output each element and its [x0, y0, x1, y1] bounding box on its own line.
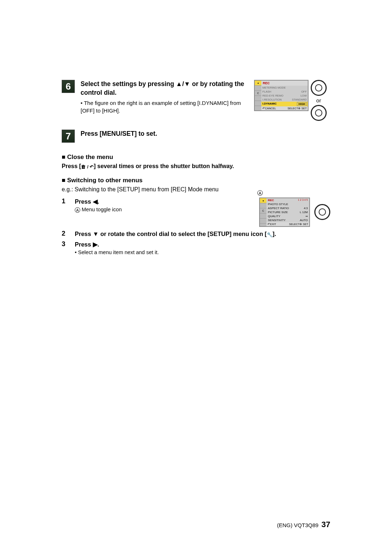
screen2-item-1: ASPECT RATIO4:3	[266, 206, 309, 210]
screen2-tab-3: C	[260, 208, 266, 213]
screen2-item-2: PICTURE SIZEL 12M	[266, 210, 309, 214]
numbered-3-num: 3	[62, 240, 75, 248]
trash-return-icon: 🗑 / ↶	[81, 164, 94, 170]
screen1-item-3: I.RESOLUTIONSTANDARD	[261, 98, 308, 102]
annotation-marker-a: A	[257, 190, 263, 196]
screen1-tab-rec: ●	[255, 81, 261, 86]
screen1-item-2: RED-EYE REMOLOW	[261, 94, 308, 98]
step-6-heading-p1: Select the settings by pressing	[81, 80, 176, 87]
screen1-tab-5	[255, 101, 261, 106]
screen2-item-4: SENSITIVITYAUTO	[266, 218, 309, 222]
numbered-2-head-p1: Press ▼ or rotate the control dial to se…	[75, 231, 267, 237]
screen1-footer-left: ↶CANCEL	[262, 107, 276, 110]
up-down-arrow-icon: ▲/▼	[176, 80, 191, 87]
switching-section: ■ Switching to other menus e.g.: Switchi…	[62, 177, 330, 194]
switching-head: ■ Switching to other menus	[62, 177, 330, 184]
screen1-footer-right: SELECT⊕ SET	[287, 107, 307, 110]
step-6-badge: 6	[62, 80, 75, 93]
numbered-3-row: 3 Press ▶. • Select a menu item next and…	[62, 240, 330, 255]
numbered-3-head: Press ▶.	[75, 240, 330, 249]
screen1-item-0: METERING MODE	[261, 86, 308, 90]
numbered-1-sub: A Menu toggle icon	[75, 207, 250, 213]
close-menu-head: ■ Close the menu	[62, 154, 330, 161]
close-menu-text-p2: ] several times or press the shutter but…	[94, 163, 234, 169]
close-menu-text-p1: Press [	[62, 163, 81, 169]
marker-a-callout-icon: A	[257, 190, 263, 196]
switching-eg: e.g.: Switching to the [SETUP] menu from…	[62, 186, 330, 194]
screen2-tab-rec: ●	[260, 198, 266, 203]
step-6-bullet: • The figure on the right is an example …	[81, 99, 250, 114]
numbered-2-num: 2	[62, 230, 75, 237]
screen2-item-3: QUALITY▪▪	[266, 214, 309, 218]
numbered-1-sub-text: Menu toggle icon	[82, 207, 122, 212]
step-7-heading: Press [MENU/SET] to set.	[81, 130, 330, 138]
numbered-1-row: 1 Press ◀. A Menu toggle icon A	[62, 197, 330, 227]
or-text: or	[316, 97, 321, 103]
step-7-badge: 7	[62, 130, 75, 143]
wrench-icon: 🔧	[267, 232, 273, 237]
numbered-2-head-p2: ].	[273, 231, 276, 237]
screen1-item-1: FLASHOFF	[261, 90, 308, 94]
numbered-2-head: Press ▼ or rotate the control dial to se…	[75, 230, 330, 238]
page-number: 37	[322, 520, 330, 529]
camera-screen-2: ● C REC 1 2 3 4 5 PHOTO STYLE	[259, 197, 310, 227]
screen2-footer: ↶EXIT SELECT⊕ SET	[266, 222, 309, 226]
screen2-tab-4	[260, 213, 266, 219]
screen2-title: REC	[268, 199, 274, 202]
doc-code: (ENG) VQT3Q89	[277, 522, 318, 528]
screen2-footer-right: SELECT⊕ SET	[289, 223, 308, 226]
numbered-1-head: Press ◀.	[75, 197, 250, 206]
screen1-tab-2	[255, 86, 261, 91]
numbered-2-row: 2 Press ▼ or rotate the control dial to …	[62, 230, 330, 238]
screen2-pages: 1 2 3 4 5	[298, 199, 308, 202]
screen2-footer-left: ↶EXIT	[268, 223, 276, 226]
numbered-3-bullet: • Select a menu item next and set it.	[75, 249, 330, 255]
numbered-1-num: 1	[62, 197, 75, 205]
control-dial-icon	[311, 105, 327, 121]
screen1-item-4: I.DYNAMICHIGH	[261, 102, 308, 106]
dpad-dial-icon	[311, 80, 327, 96]
marker-a-icon: A	[75, 207, 80, 213]
screen1-tab-3: C	[255, 91, 261, 96]
close-menu-text: Press [🗑 / ↶] several times or press the…	[62, 162, 330, 170]
camera-screen-1: ● C REC METERING MODE FLASHOFF RED-EYE R…	[254, 80, 309, 111]
screen1-footer: ↶CANCEL SELECT⊕ SET	[261, 106, 308, 110]
screen2-tab-5	[260, 219, 266, 224]
screen1-title: REC	[261, 81, 308, 86]
screen2-item-0: PHOTO STYLE	[266, 202, 309, 206]
screen2-tab-2	[260, 203, 266, 208]
step-6-row: 6 Select the settings by pressing ▲/▼ or…	[62, 80, 330, 121]
page-footer: (ENG) VQT3Q89 37	[277, 520, 330, 529]
control-dial-2-icon	[314, 204, 330, 220]
close-menu-section: ■ Close the menu Press [🗑 / ↶] several t…	[62, 154, 330, 170]
screen1-tab-4	[255, 96, 261, 101]
step-6-right: ● C REC METERING MODE FLASHOFF RED-EYE R…	[250, 80, 330, 121]
step-6-heading: Select the settings by pressing ▲/▼ or b…	[81, 80, 250, 97]
step-7-row: 7 Press [MENU/SET] to set.	[62, 130, 330, 143]
